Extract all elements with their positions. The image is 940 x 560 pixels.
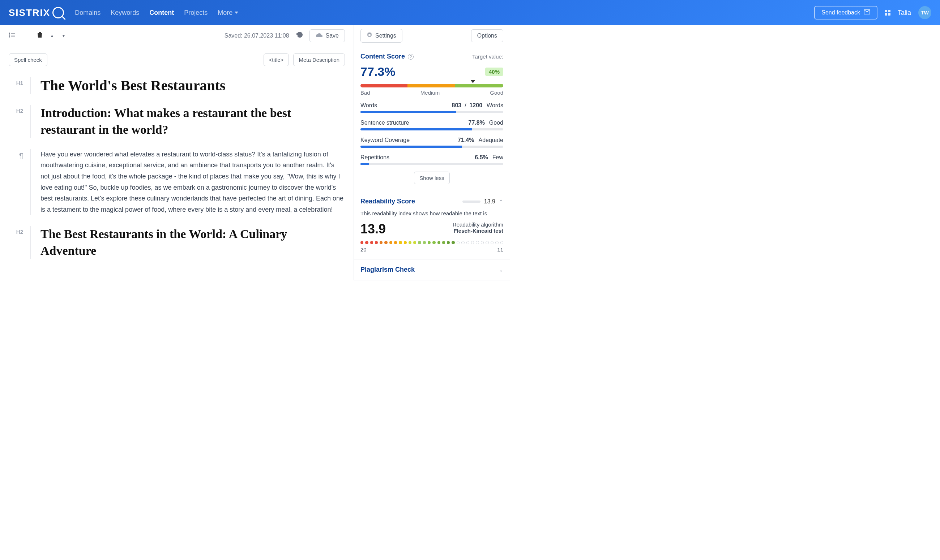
- target-label: Target value:: [472, 54, 503, 60]
- block-h1: H1 The World's Best Restaurants: [9, 77, 345, 94]
- metric-progress: [361, 111, 503, 113]
- metric-progress: [361, 163, 503, 165]
- dot-right: 11: [497, 246, 503, 252]
- paragraph-body[interactable]: Have you ever wondered what elevates a r…: [40, 149, 345, 215]
- dot: [365, 241, 368, 244]
- save-button[interactable]: Save: [310, 29, 345, 42]
- heading-h2-intro[interactable]: Introduction: What makes a restaurant th…: [40, 105, 345, 138]
- dot: [442, 241, 445, 244]
- plagiarism-toggle[interactable]: Plagiarism Check ⌄: [361, 266, 503, 274]
- metric-name: Sentence structure: [361, 120, 409, 126]
- dot: [466, 241, 469, 244]
- heading-h2-adventure[interactable]: The Best Restaurants in the World: A Cul…: [40, 226, 345, 259]
- readability-algo: Readability algorithm Flesch-Kincaid tes…: [453, 222, 503, 234]
- dot: [394, 241, 397, 244]
- settings-button[interactable]: Settings: [361, 29, 402, 43]
- dot: [408, 241, 411, 244]
- score-labels: Bad Medium Good: [361, 89, 503, 96]
- cloud-icon: [316, 32, 323, 39]
- readability-badge-value: 13.9: [484, 198, 495, 205]
- main: Spell check <title> Meta Description H1 …: [0, 46, 940, 280]
- block-label-h1: H1: [9, 77, 23, 94]
- score-bar: [361, 84, 503, 88]
- svg-point-2: [9, 35, 10, 35]
- readability-dots: [361, 241, 503, 244]
- chevron-up-icon[interactable]: ⌃: [499, 199, 503, 205]
- dot: [423, 241, 426, 244]
- logo-text: SISTRIX: [9, 7, 50, 18]
- label-bad: Bad: [361, 89, 370, 96]
- logo[interactable]: SISTRIX: [9, 7, 64, 18]
- block-paragraph: ¶ Have you ever wondered what elevates a…: [9, 149, 345, 215]
- metric-value: 803 / 1200Words: [452, 102, 503, 109]
- dot: [418, 241, 421, 244]
- dot: [452, 241, 455, 244]
- nav-projects[interactable]: Projects: [184, 9, 208, 17]
- readability-mini-bar: [462, 200, 481, 203]
- dot: [476, 241, 479, 244]
- feedback-label: Send feedback: [821, 9, 860, 16]
- editor-toolbar: ▲ ▼ Saved: 26.07.2023 11:08 Save: [0, 25, 354, 46]
- target-badge: 40%: [485, 68, 503, 76]
- header-right: Send feedback Talia TW: [814, 6, 931, 20]
- undo-icon[interactable]: [296, 31, 303, 40]
- content-score-title: Content Score ?: [361, 53, 414, 60]
- caret-down-icon[interactable]: ▼: [62, 33, 66, 38]
- editor-sub-toolbar: Spell check <title> Meta Description: [9, 54, 345, 66]
- nav-domains[interactable]: Domains: [75, 9, 100, 17]
- score-marker: [471, 80, 475, 83]
- user-name[interactable]: Talia: [898, 9, 911, 17]
- dot: [428, 241, 431, 244]
- nav-more-label: More: [218, 9, 233, 17]
- metric-row: Repetitions6.5%Few: [361, 154, 503, 165]
- feedback-button[interactable]: Send feedback: [814, 6, 877, 20]
- metric-value: 6.5%Few: [475, 154, 503, 161]
- metric-value: 71.4%Adequate: [458, 137, 503, 143]
- block-h2-intro: H2 Introduction: What makes a restaurant…: [9, 105, 345, 138]
- nav-keywords[interactable]: Keywords: [111, 9, 139, 17]
- dot: [471, 241, 474, 244]
- editor-pane: Spell check <title> Meta Description H1 …: [0, 46, 354, 280]
- meta-description-button[interactable]: Meta Description: [293, 54, 345, 66]
- search-icon: [52, 7, 64, 18]
- algo-label: Readability algorithm: [453, 222, 503, 228]
- dot: [384, 241, 387, 244]
- spellcheck-button[interactable]: Spell check: [9, 54, 47, 66]
- help-icon[interactable]: ?: [408, 54, 414, 60]
- dot: [380, 241, 382, 244]
- caret-up-icon[interactable]: ▲: [50, 33, 54, 38]
- content-score-title-text: Content Score: [361, 53, 405, 60]
- list-icon[interactable]: [9, 32, 15, 39]
- dot: [361, 241, 363, 244]
- avatar[interactable]: TW: [918, 6, 931, 19]
- show-less-button[interactable]: Show less: [414, 172, 449, 184]
- title-button[interactable]: <title>: [264, 54, 289, 66]
- options-button[interactable]: Options: [471, 29, 503, 42]
- settings-label: Settings: [375, 32, 396, 39]
- dot-left: 20: [361, 246, 367, 252]
- main-nav: Domains Keywords Content Projects More: [75, 9, 238, 17]
- readability-score: 13.9: [361, 222, 386, 237]
- dot: [370, 241, 373, 244]
- dot: [375, 241, 378, 244]
- metric-name: Words: [361, 102, 377, 109]
- metric-name: Repetitions: [361, 154, 389, 161]
- readability-title: Readability Score: [361, 198, 415, 205]
- heading-h1[interactable]: The World's Best Restaurants: [40, 77, 345, 94]
- metric-name: Keyword Coverage: [361, 137, 410, 143]
- mail-icon: [864, 9, 870, 16]
- dot: [457, 241, 459, 244]
- trash-icon[interactable]: [37, 31, 43, 40]
- sidebar-toolbar: Settings Options: [354, 25, 510, 46]
- nav-more[interactable]: More: [218, 9, 238, 17]
- saved-timestamp: Saved: 26.07.2023 11:08: [225, 32, 289, 39]
- apps-icon[interactable]: [885, 10, 891, 15]
- label-medium: Medium: [421, 89, 440, 96]
- dot: [432, 241, 435, 244]
- nav-content[interactable]: Content: [149, 9, 174, 17]
- dot: [485, 241, 488, 244]
- app-header: SISTRIX Domains Keywords Content Project…: [0, 0, 940, 25]
- save-label: Save: [326, 32, 339, 39]
- metric-row: Keyword Coverage71.4%Adequate: [361, 137, 503, 148]
- dot: [399, 241, 402, 244]
